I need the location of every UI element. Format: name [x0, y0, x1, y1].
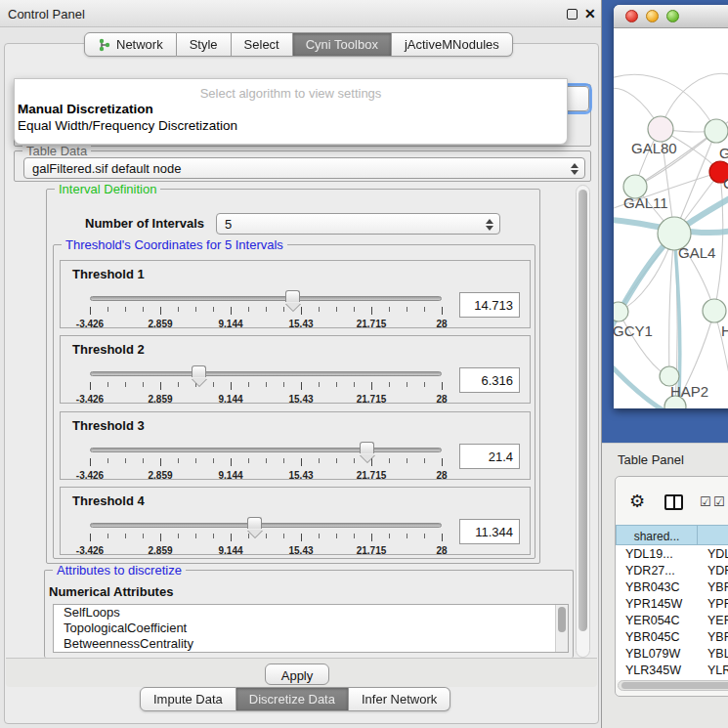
slider-tick: [143, 382, 144, 387]
slider-tick: [160, 307, 161, 315]
gear-icon[interactable]: ⚙: [629, 492, 645, 510]
slider-tick: [178, 307, 179, 312]
network-canvas[interactable]: GAL80GACGAL11GAL4GCY1HHAP2: [614, 28, 728, 408]
tab-cyni-toolbox[interactable]: Cyni Toolbox: [293, 32, 392, 57]
list-scrollbar[interactable]: [555, 605, 568, 652]
slider-tick: [160, 382, 161, 390]
table-row[interactable]: YBL079WYBL0: [616, 645, 728, 662]
threshold-2-value-field[interactable]: 6.316: [459, 367, 520, 393]
slider-tick: [336, 534, 337, 538]
desktop-background: GAL80GACGAL11GAL4GCY1HHAP2 Table Panel ⚙…: [602, 0, 728, 728]
node-label: GAL4: [678, 244, 715, 261]
slider-tick: [336, 307, 337, 312]
apply-button[interactable]: Apply: [265, 664, 329, 685]
slider-tick: [266, 307, 267, 312]
checkbox-icon[interactable]: ☑: [713, 495, 725, 508]
slider-tick: [107, 307, 108, 312]
cell-name: YDL1: [698, 545, 728, 562]
slider-tick: [319, 382, 320, 387]
tick-label: -3.426: [76, 470, 104, 481]
tab-select[interactable]: Select: [232, 32, 293, 57]
tab-network[interactable]: Network: [84, 32, 177, 57]
threshold-4-slider[interactable]: -3.4262.8599.14415.4321.71528: [90, 523, 442, 552]
slider-tick: [301, 382, 302, 390]
table-row[interactable]: YBR045CYBR0: [616, 628, 728, 645]
tab-impute-data[interactable]: Impute Data: [140, 687, 236, 711]
table-row[interactable]: YDL19...YDL1: [616, 545, 728, 562]
table-row[interactable]: YBR043CYBR0: [616, 578, 728, 595]
slider-tick: [354, 534, 355, 538]
slider-tick: [442, 458, 443, 466]
dropdown-option-equal-width[interactable]: Equal Width/Frequency Discretization: [15, 117, 567, 134]
checkbox-icon[interactable]: ☑: [700, 495, 711, 508]
tab-jactivemnodules[interactable]: jActiveMNodules: [392, 32, 513, 57]
tab-discretize-data[interactable]: Discretize Data: [236, 687, 349, 711]
column-header-name[interactable]: na: [698, 525, 728, 545]
close-traffic-light[interactable]: [625, 10, 638, 22]
list-item[interactable]: TopologicalCoefficient: [54, 621, 568, 636]
network-node[interactable]: [614, 302, 628, 321]
slider-tick: [389, 534, 390, 538]
close-icon[interactable]: ✕: [584, 6, 596, 21]
slider-thumb[interactable]: [192, 365, 206, 377]
threshold-1-value-field[interactable]: 14.713: [459, 292, 520, 318]
float-window-icon[interactable]: [567, 9, 578, 20]
minimize-traffic-light[interactable]: [646, 10, 659, 22]
network-node[interactable]: [648, 116, 673, 142]
list-item[interactable]: BetweennessCentrality: [54, 636, 568, 652]
slider-tick: [213, 458, 214, 463]
numerical-attributes-list[interactable]: SelfLoopsTopologicalCoefficientBetweenne…: [53, 604, 569, 653]
zoom-traffic-light[interactable]: [666, 10, 679, 22]
list-item[interactable]: SelfLoops: [54, 605, 568, 621]
slider-thumb[interactable]: [247, 517, 262, 529]
threshold-2-slider[interactable]: -3.4262.8599.14415.4321.71528: [90, 371, 442, 401]
network-node[interactable]: [703, 299, 726, 322]
table-data-combo[interactable]: galFiltered.sif default node: [23, 157, 585, 179]
slider-thumb[interactable]: [285, 290, 300, 302]
number-of-intervals-combo[interactable]: 5: [216, 213, 500, 235]
tick-label: 28: [436, 470, 447, 481]
table-row[interactable]: YDR27...YDR2: [616, 562, 728, 578]
group-title: Attributes to discretize: [53, 564, 186, 578]
scrollbar-thumb[interactable]: [578, 190, 587, 631]
slider-tick: [407, 534, 407, 538]
table-panel-section: Table Panel ⚙ ☑ ☑ shared... na YDL19...Y…: [602, 443, 728, 728]
split-view-icon[interactable]: [664, 494, 683, 510]
slider-tick: [178, 458, 179, 463]
table-header: shared... na: [616, 525, 728, 545]
slider-tick: [125, 382, 126, 387]
column-header-shared-name[interactable]: shared...: [616, 525, 698, 545]
table-window: ⚙ ☑ ☑ shared... na YDL19...YDL1YDR27...Y…: [615, 476, 728, 697]
table-hscrollbar[interactable]: [618, 680, 728, 691]
slider-tick: [407, 307, 407, 312]
slider-tick: [90, 534, 91, 541]
tick-label: 21.715: [357, 319, 387, 329]
table-row[interactable]: YPR145WYPR1: [616, 595, 728, 612]
slider-tick: [283, 458, 284, 463]
network-edge-highlighted: [614, 363, 668, 408]
slider-tick: [213, 382, 214, 387]
table-row[interactable]: YER054CYER0: [616, 612, 728, 628]
cell-name: YBR0: [698, 578, 728, 595]
threshold-1-slider[interactable]: -3.4262.8599.14415.4321.71528: [90, 296, 442, 325]
tick-label: 28: [436, 319, 447, 329]
settings-scrollbar[interactable]: [576, 185, 590, 658]
tab-style[interactable]: Style: [177, 32, 232, 57]
slider-tick: [371, 534, 372, 541]
network-node[interactable]: [705, 119, 728, 143]
threshold-3-slider[interactable]: -3.4262.8599.14415.4321.71528: [90, 448, 442, 477]
slider-tick: [442, 382, 443, 390]
tick-label: 2.859: [148, 394, 172, 405]
scrollbar-thumb[interactable]: [621, 682, 728, 689]
tick-label: 28: [436, 545, 447, 556]
threshold-4-value-field[interactable]: 11.344: [459, 519, 520, 544]
dropdown-option-manual[interactable]: Manual Discretization: [15, 101, 567, 117]
slider-thumb[interactable]: [360, 442, 374, 453]
table-body: YDL19...YDL1YDR27...YDR2YBR043CYBR0YPR14…: [616, 545, 728, 680]
tab-infer-network[interactable]: Infer Network: [349, 687, 450, 711]
scrollbar-thumb[interactable]: [558, 607, 566, 632]
table-row[interactable]: YLR345WYLR3: [616, 662, 728, 678]
threshold-3-value-field[interactable]: 21.4: [459, 444, 520, 469]
slider-tick: [266, 382, 267, 387]
node-label: H: [721, 322, 728, 339]
